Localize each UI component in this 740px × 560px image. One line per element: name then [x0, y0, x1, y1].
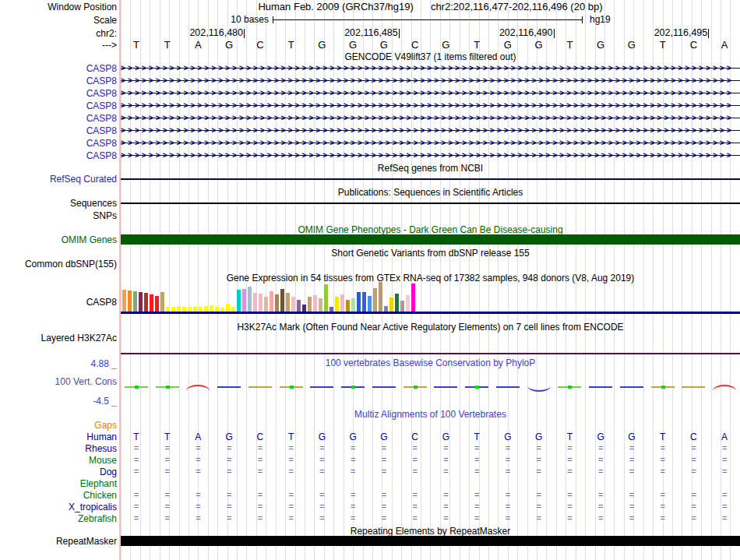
gencode-transcript-row[interactable]: >>>>>>>>>>>>>>>>>>>>>>>>>>>>>>>>>>>>>>>>…	[121, 112, 740, 125]
refseq-curated-item[interactable]	[121, 178, 740, 180]
gencode-transcript-row[interactable]: >>>>>>>>>>>>>>>>>>>>>>>>>>>>>>>>>>>>>>>>…	[121, 100, 740, 112]
gencode-transcript-row[interactable]: >>>>>>>>>>>>>>>>>>>>>>>>>>>>>>>>>>>>>>>>…	[121, 87, 740, 100]
gencode-transcript-row[interactable]: >>>>>>>>>>>>>>>>>>>>>>>>>>>>>>>>>>>>>>>>…	[121, 62, 740, 75]
gtex-tissue-bar[interactable]	[280, 289, 284, 312]
multiz-identity-mark: =	[160, 513, 175, 523]
multiz-identity-mark: =	[314, 490, 329, 499]
gtex-tissue-bar[interactable]	[313, 295, 317, 312]
track-title-gencode[interactable]: GENCODE V49lift37 (1 items filtered out)	[121, 51, 740, 62]
refseq-curated-label[interactable]: RefSeq Curated	[0, 174, 117, 185]
track-title-omim[interactable]: OMIM Gene Phenotypes - Dark Green Can Be…	[121, 224, 740, 235]
gtex-tissue-bar[interactable]	[384, 306, 388, 312]
gtex-tissue-bar[interactable]	[340, 294, 344, 312]
gtex-tissue-bar[interactable]	[253, 293, 257, 312]
multiz-identity-mark: =	[469, 455, 485, 464]
gtex-tissue-bar[interactable]	[248, 287, 252, 312]
gtex-tissue-bar[interactable]	[128, 291, 132, 312]
track-title-h3k27ac[interactable]: H3K27Ac Mark (Often Found Near Active Re…	[121, 322, 740, 333]
gtex-tissue-bar[interactable]	[400, 301, 404, 312]
snps-label[interactable]: SNPs	[0, 210, 117, 221]
gtex-tissue-bar[interactable]	[237, 290, 241, 312]
gencode-transcript-row[interactable]: >>>>>>>>>>>>>>>>>>>>>>>>>>>>>>>>>>>>>>>>…	[121, 150, 740, 162]
gencode-transcript-row[interactable]: >>>>>>>>>>>>>>>>>>>>>>>>>>>>>>>>>>>>>>>>…	[121, 75, 740, 87]
gtex-tissue-bar[interactable]	[395, 294, 399, 312]
track-title-repeatmasker[interactable]: Repeating Elements by RepeatMasker	[121, 526, 740, 537]
gtex-tissue-bar[interactable]	[210, 305, 213, 312]
gtex-tissue-bar[interactable]	[362, 292, 366, 312]
gtex-tissue-bar[interactable]	[389, 298, 393, 312]
repeatmasker-label[interactable]: RepeatMasker	[0, 536, 117, 547]
gencode-transcript-row[interactable]: >>>>>>>>>>>>>>>>>>>>>>>>>>>>>>>>>>>>>>>>…	[121, 137, 740, 150]
gtex-tissue-bar[interactable]	[368, 296, 372, 312]
gtex-tissue-bar[interactable]	[122, 290, 126, 312]
multiz-species-label[interactable]: X_tropicalis	[0, 502, 117, 512]
multiz-species-label[interactable]: Mouse	[0, 455, 117, 466]
gtex-tissue-bar[interactable]	[302, 305, 306, 312]
multiz-species-label[interactable]: Human	[0, 431, 117, 442]
omim-gene-bar[interactable]	[121, 234, 740, 245]
gtex-tissue-bar[interactable]	[264, 297, 268, 312]
gtex-tissue-bar[interactable]	[242, 289, 246, 312]
gencode-gene-label[interactable]: CASP8	[0, 138, 117, 149]
gencode-gene-label[interactable]: CASP8	[0, 100, 117, 111]
gtex-tissue-bar[interactable]	[133, 291, 137, 312]
gtex-tissue-bar[interactable]	[297, 300, 301, 312]
multiz-species-label[interactable]: Zebrafish	[0, 513, 117, 524]
reference-base-letter: A	[717, 39, 732, 51]
gencode-gene-label[interactable]: CASP8	[0, 113, 117, 124]
gtex-tissue-bar[interactable]	[204, 306, 208, 312]
phylop-track-label[interactable]: 100 Vert. Cons	[0, 376, 117, 387]
gencode-gene-label[interactable]: CASP8	[0, 63, 117, 74]
gtex-tissue-bar[interactable]	[226, 304, 230, 312]
multiz-species-label[interactable]: Rhesus	[0, 443, 117, 454]
gtex-tissue-bar[interactable]	[144, 293, 148, 312]
gtex-tissue-bar[interactable]	[160, 292, 164, 312]
gtex-tissue-bar[interactable]	[286, 293, 290, 312]
gtex-gene-label[interactable]: CASP8	[0, 297, 117, 308]
repeatmasker-element-bar[interactable]	[121, 536, 740, 546]
gtex-tissue-bar[interactable]	[308, 297, 312, 312]
gtex-tissue-bar[interactable]	[150, 294, 153, 312]
gtex-tissue-bar[interactable]	[155, 296, 159, 312]
gtex-tissue-bar[interactable]	[346, 300, 350, 312]
track-title-multiz[interactable]: Multiz Alignments of 100 Vertebrates	[121, 409, 740, 420]
gtex-tissue-bar[interactable]	[270, 291, 273, 312]
gtex-tissue-bar[interactable]	[373, 288, 377, 312]
gtex-tissue-bar[interactable]	[177, 306, 181, 312]
track-title-dbsnp[interactable]: Short Genetic Variants from dbSNP releas…	[121, 248, 740, 259]
gtex-tissue-bar[interactable]	[319, 298, 322, 312]
publications-sequences-item[interactable]	[121, 203, 740, 204]
gtex-tissue-bar[interactable]	[259, 294, 263, 312]
multiz-species-label[interactable]: Chicken	[0, 490, 117, 501]
common-dbsnp-label[interactable]: Common dbSNP(155)	[0, 259, 117, 269]
gtex-tissue-bar[interactable]	[357, 292, 361, 312]
gtex-baseline[interactable]	[121, 312, 740, 314]
track-title-refseq[interactable]: RefSeq genes from NCBI	[121, 163, 740, 174]
track-title-publications[interactable]: Publications: Sequences in Scientific Ar…	[121, 187, 740, 198]
gencode-transcript-row[interactable]: >>>>>>>>>>>>>>>>>>>>>>>>>>>>>>>>>>>>>>>>…	[121, 125, 740, 137]
reference-base-letter: T	[284, 39, 299, 51]
gtex-tissue-bar[interactable]	[275, 294, 279, 312]
multiz-species-label[interactable]: Dog	[0, 467, 117, 477]
gtex-tissue-bar[interactable]	[406, 295, 410, 312]
phylop-mark-dash	[217, 386, 241, 388]
gencode-gene-label[interactable]: CASP8	[0, 150, 117, 161]
omim-genes-label[interactable]: OMIM Genes	[0, 234, 117, 245]
gtex-tissue-bar[interactable]	[139, 292, 143, 312]
gtex-tissue-bar[interactable]	[291, 297, 295, 312]
track-title-phylop[interactable]: 100 vertebrates Basewise Conservation by…	[121, 357, 740, 368]
genome-browser-image: Human Feb. 2009 (GRCh37/hg19) chr2:202,1…	[0, 0, 740, 560]
gencode-gene-label[interactable]: CASP8	[0, 88, 117, 99]
gencode-gene-label[interactable]: CASP8	[0, 125, 117, 136]
gencode-gene-label[interactable]: CASP8	[0, 76, 117, 86]
gtex-tissue-bar[interactable]	[379, 282, 382, 312]
gtex-tissue-bar[interactable]	[335, 297, 339, 312]
multiz-species-label[interactable]: Elephant	[0, 478, 117, 489]
multiz-species-label[interactable]: Gaps	[0, 420, 117, 431]
gtex-tissue-bar[interactable]	[351, 298, 355, 312]
h3k27ac-signal-line[interactable]	[121, 353, 740, 354]
gtex-tissue-bar[interactable]	[324, 284, 328, 312]
gtex-tissue-bar[interactable]	[411, 284, 415, 312]
h3k27ac-label[interactable]: Layered H3K27Ac	[0, 333, 117, 343]
sequences-label[interactable]: Sequences	[0, 198, 117, 209]
